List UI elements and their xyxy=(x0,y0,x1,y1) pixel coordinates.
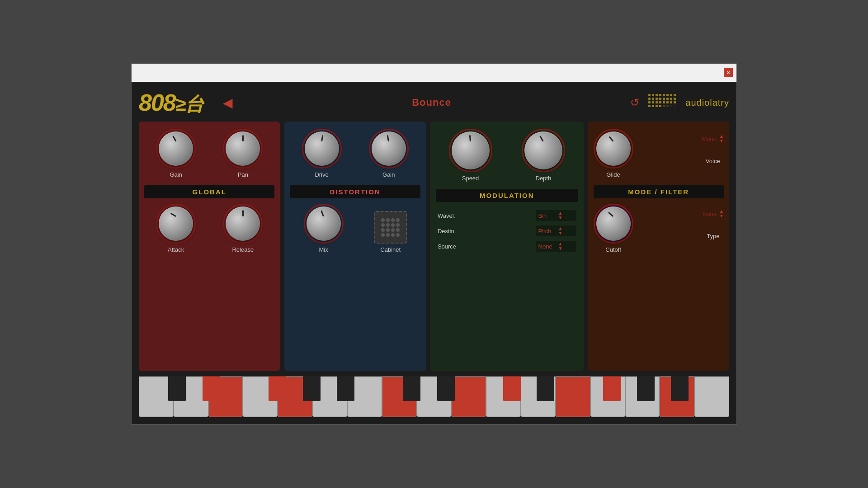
wavef-control[interactable]: Sin ▲▼ xyxy=(536,210,576,221)
voice-arrows[interactable]: ▲▼ xyxy=(719,134,724,143)
black-key-3[interactable] xyxy=(269,376,286,401)
source-label: Source xyxy=(438,243,461,250)
black-key-6[interactable] xyxy=(403,376,420,401)
preset-name: Bounce xyxy=(244,97,619,108)
white-key-17[interactable] xyxy=(694,376,729,417)
knob-drive-wrapper[interactable] xyxy=(302,129,342,169)
knob-pan-wrapper[interactable] xyxy=(223,129,263,169)
black-key-9[interactable] xyxy=(537,376,554,401)
type-value: None xyxy=(703,211,717,217)
black-key-10[interactable] xyxy=(603,376,621,401)
black-key-4[interactable] xyxy=(303,376,321,401)
dist-gain-label: Gain xyxy=(382,171,395,178)
destin-arrows[interactable]: ▲▼ xyxy=(558,226,563,235)
knob-pan: Pan xyxy=(223,129,263,178)
title-bar: × xyxy=(132,64,736,82)
white-key-13[interactable] xyxy=(556,376,590,417)
dots-grid xyxy=(648,94,676,111)
knob-depth-wrapper[interactable] xyxy=(522,129,565,172)
knob-depth: Depth xyxy=(522,129,565,182)
voice-label: Voice xyxy=(706,158,720,164)
knob-mix: Mix xyxy=(304,204,344,253)
attack-label: Attack xyxy=(168,246,184,253)
type-arrows[interactable]: ▲▼ xyxy=(719,209,724,218)
knob-dist-gain-wrapper[interactable] xyxy=(369,129,409,169)
section-distortion: Drive Gain DISTORTION xyxy=(284,122,425,371)
voice-value: Mono xyxy=(702,136,717,142)
cabinet-label: Cabinet xyxy=(380,246,401,253)
white-key-10[interactable] xyxy=(451,376,486,417)
black-key-8[interactable] xyxy=(503,376,521,401)
knob-gain: Gain xyxy=(156,129,196,178)
knob-attack: Attack xyxy=(156,204,196,253)
knob-speed-wrapper[interactable] xyxy=(449,129,492,172)
speed-label: Speed xyxy=(462,175,479,182)
knob-gain-wrapper[interactable] xyxy=(156,129,196,169)
knob-speed: Speed xyxy=(449,129,492,182)
black-key-12[interactable] xyxy=(671,376,689,401)
global-top-knobs: Gain Pan xyxy=(144,129,274,178)
destin-value: Pitch xyxy=(538,228,557,235)
knob-cutoff: Cutoff xyxy=(594,204,633,253)
modulation-section-label: MODULATION xyxy=(436,189,578,202)
gain-label: Gain xyxy=(170,171,182,178)
type-label: Type xyxy=(707,233,719,239)
modulation-top-knobs: Speed Depth xyxy=(436,129,578,182)
destin-label: Destin. xyxy=(438,228,461,235)
knob-cutoff-wrapper[interactable] xyxy=(594,204,633,244)
refresh-icon[interactable]: ↺ xyxy=(630,96,639,109)
wavef-arrows[interactable]: ▲▼ xyxy=(558,211,563,220)
black-key-5[interactable] xyxy=(337,376,354,401)
release-label: Release xyxy=(232,246,254,253)
section-modulation: Speed Depth MODULATION xyxy=(430,122,584,371)
depth-label: Depth xyxy=(536,175,552,182)
knob-glide-wrapper[interactable] xyxy=(594,129,633,169)
black-key-11[interactable] xyxy=(637,376,655,401)
mode-section-label: MODE / FILTER xyxy=(594,185,724,198)
piano-section xyxy=(139,376,729,417)
pan-label: Pan xyxy=(238,171,248,178)
cutoff-label: Cutoff xyxy=(605,246,621,253)
section-global: Gain Pan GLOBAL xyxy=(139,122,280,371)
knob-dist-gain: Gain xyxy=(369,129,409,178)
knob-attack-wrapper[interactable] xyxy=(156,204,196,244)
sections-container: Gain Pan GLOBAL xyxy=(139,122,729,371)
distortion-bottom-knobs: Mix Cabinet xyxy=(290,204,420,253)
param-destin: Destin. Pitch ▲▼ xyxy=(438,225,576,236)
param-wavef: Wavef. Sin ▲▼ xyxy=(438,210,576,221)
glide-label: Glide xyxy=(606,171,620,178)
piano-keys xyxy=(139,376,729,417)
black-key-2[interactable] xyxy=(203,376,220,401)
global-section-label: GLOBAL xyxy=(144,185,274,198)
knob-cabinet: Cabinet xyxy=(374,211,407,253)
close-button[interactable]: × xyxy=(724,68,733,77)
knob-mix-wrapper[interactable] xyxy=(304,204,344,244)
global-bottom-knobs: Attack Release xyxy=(144,204,274,253)
back-button[interactable]: ◀ xyxy=(223,95,233,110)
header: 808≥台 ◀ Bounce ↺ audiolatry xyxy=(139,89,729,116)
param-source: Source None ▲▼ xyxy=(438,241,576,252)
section-mode-filter: Glide Mono ▲▼ Voice MODE / FILTER xyxy=(588,122,729,371)
knob-glide: Glide xyxy=(594,129,633,178)
wavef-label: Wavef. xyxy=(438,212,461,219)
knob-release-wrapper[interactable] xyxy=(223,204,263,244)
black-key-7[interactable] xyxy=(437,376,455,401)
modulation-params: Wavef. Sin ▲▼ Destin. Pitch xyxy=(436,207,578,254)
source-arrows[interactable]: ▲▼ xyxy=(558,242,563,251)
plugin-body: 808≥台 ◀ Bounce ↺ audiolatry xyxy=(132,82,736,424)
mix-label: Mix xyxy=(319,246,328,253)
distortion-section-label: DISTORTION xyxy=(290,185,420,198)
brand-name: audiolatry xyxy=(685,98,729,108)
wavef-value: Sin xyxy=(538,212,557,219)
black-key-1[interactable] xyxy=(168,376,186,401)
drive-label: Drive xyxy=(315,171,328,178)
destin-control[interactable]: Pitch ▲▼ xyxy=(536,225,576,236)
plugin-window: × 808≥台 ◀ Bounce ↺ xyxy=(131,63,737,425)
source-control[interactable]: None ▲▼ xyxy=(536,241,576,252)
header-icons: ↺ audiolatry xyxy=(630,94,729,111)
source-value: None xyxy=(538,243,557,250)
cabinet-icon[interactable] xyxy=(374,211,407,244)
knob-drive: Drive xyxy=(302,129,342,178)
distortion-top-knobs: Drive Gain xyxy=(290,129,420,178)
logo: 808≥台 xyxy=(139,91,203,114)
